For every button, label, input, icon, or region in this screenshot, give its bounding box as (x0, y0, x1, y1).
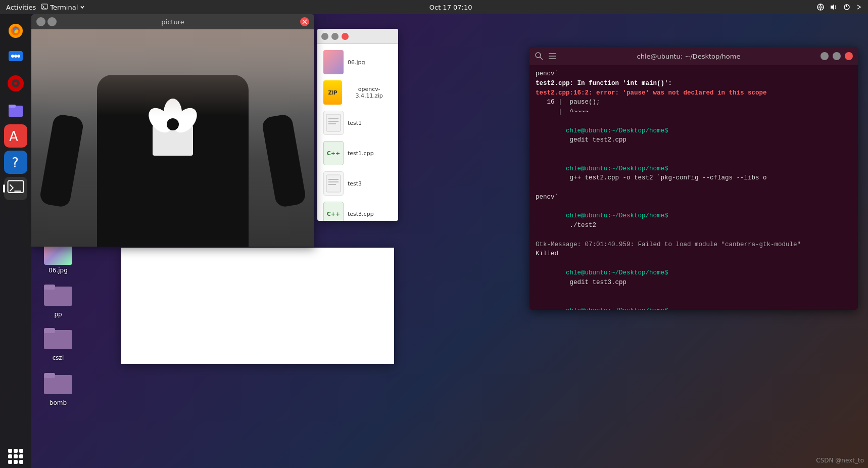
svg-rect-24 (44, 285, 55, 290)
term-line: chle@ubuntu:~/Desktop/home$ g++ test2.cp… (536, 155, 852, 193)
picture-maximize-button[interactable] (47, 17, 57, 26)
picture-close-button[interactable] (300, 17, 309, 26)
active-indicator (3, 184, 5, 193)
text-file-svg (326, 114, 341, 132)
file-item-test3cpp[interactable]: C++ test3.cpp (321, 200, 394, 221)
terminal-titlebar: chle@ubuntu: ~/Desktop/home (529, 47, 858, 65)
close-x-icon (302, 19, 307, 24)
bottom-white-area (121, 248, 394, 364)
test3-file-label: test3 (348, 180, 362, 187)
terminal-dock-icon (7, 179, 25, 198)
term-line: chle@ubuntu:~/Desktop/home$ ./test2 (536, 202, 852, 240)
folder-svg (44, 371, 72, 395)
opencv-file-label: opencv-3.4.11.zip (346, 86, 392, 99)
chevron-right-icon (856, 4, 862, 10)
terminal-close-button[interactable] (845, 52, 853, 60)
test1-file-icon (323, 111, 344, 135)
terminal-title: chle@ubuntu: ~/Desktop/home (561, 53, 816, 60)
picture-minimize-button[interactable] (36, 17, 45, 26)
files-window: 06.jpg ZIP opencv-3.4.11.zip test1 (317, 29, 398, 221)
test3cpp-file-label: test3.cpp (348, 211, 374, 217)
terminal-minimize-button[interactable] (821, 52, 829, 60)
06jpg-file-label: 06.jpg (348, 59, 365, 66)
svg-rect-40 (326, 175, 341, 192)
term-line: pencv` (536, 69, 852, 79)
network-icon (816, 3, 825, 11)
term-line: test2.cpp: In function 'int main()': (536, 79, 852, 88)
grid-dot (19, 449, 23, 453)
dock-firefox[interactable] (4, 19, 27, 42)
svg-point-16 (14, 82, 17, 85)
desktop-icon-bomb[interactable]: bomb (38, 369, 78, 406)
file-item-06jpg[interactable]: 06.jpg (321, 48, 394, 76)
svg-text:?: ? (12, 155, 19, 170)
06jpg-label: 06.jpg (49, 267, 68, 274)
term-line: pencv` (536, 193, 852, 202)
desktop-icon-pp[interactable]: pp (38, 280, 78, 318)
grid-dot (19, 460, 23, 464)
terminal-search-icon[interactable] (535, 52, 544, 61)
svg-rect-18 (9, 105, 16, 108)
software-icon: A (7, 127, 25, 145)
folder-svg (44, 326, 72, 350)
desktop: Activities Terminal Oct 17 07:10 (0, 0, 868, 468)
dock-help[interactable]: ? (4, 151, 27, 174)
grid-dot (8, 449, 12, 453)
firefox-icon (7, 22, 25, 40)
test1cpp-file-label: test1.cpp (348, 150, 374, 157)
text-file-svg2 (326, 174, 341, 193)
grid-dot (14, 460, 18, 464)
adidas-image (31, 29, 314, 247)
dock-music[interactable] (4, 72, 27, 95)
terminal-menu[interactable]: Terminal (41, 4, 85, 11)
files-menu-button[interactable] (321, 33, 328, 40)
svg-point-44 (536, 53, 541, 58)
grid-dot (8, 454, 12, 458)
picture-titlebar: picture (31, 14, 314, 29)
dock-software[interactable]: A (4, 124, 27, 148)
test1cpp-file-icon: C++ (323, 141, 344, 165)
desktop-icon-cszl[interactable]: cszl (38, 324, 78, 361)
terminal-menu-icon[interactable] (548, 52, 557, 61)
dock-app-grid[interactable] (4, 445, 27, 468)
term-line: Killed (536, 249, 852, 259)
picture-window: picture (31, 14, 314, 247)
help-icon: ? (7, 153, 25, 171)
power-icon (843, 3, 851, 11)
test3cpp-file-icon: C++ (323, 202, 344, 221)
file-item-opencv[interactable]: ZIP opencv-3.4.11.zip (321, 78, 394, 107)
picture-content (31, 29, 314, 247)
dock-terminal[interactable] (4, 177, 27, 200)
dock-files[interactable] (4, 98, 27, 121)
files-close-button[interactable] (342, 33, 349, 40)
term-line: chle@ubuntu:~/Desktop/home$ gedit test3.… (536, 297, 852, 310)
06jpg-file-icon (323, 50, 344, 74)
cszl-folder-icon (44, 324, 72, 352)
picture-title: picture (161, 18, 184, 26)
pp-label: pp (54, 311, 62, 318)
files-icon (7, 101, 25, 119)
terminal-maximize-button[interactable] (833, 52, 841, 60)
term-line: | ^~~~~ (536, 107, 852, 117)
svg-rect-36 (326, 114, 341, 131)
file-item-test1[interactable]: test1 (321, 109, 394, 137)
files-body: 06.jpg ZIP opencv-3.4.11.zip test1 (317, 44, 398, 221)
activities-button[interactable]: Activities (6, 4, 36, 11)
svg-rect-26 (44, 328, 55, 333)
terminal-window: chle@ubuntu: ~/Desktop/home pencv` test2… (529, 47, 858, 310)
svg-line-45 (540, 57, 543, 60)
svg-point-11 (11, 55, 14, 58)
svg-point-13 (17, 55, 20, 58)
files-titlebar (317, 29, 398, 44)
dock-messages[interactable] (4, 45, 27, 69)
files-minimize-button[interactable] (331, 33, 339, 40)
topbar-datetime: Oct 17 07:10 (429, 4, 472, 11)
svg-text:A: A (9, 129, 18, 144)
terminal-body[interactable]: pencv` test2.cpp: In function 'int main(… (529, 65, 858, 310)
svg-point-12 (14, 55, 17, 58)
grid-dot (8, 460, 12, 464)
term-line: Gtk-Message: 07:01:40.959: Failed to loa… (536, 240, 852, 250)
file-item-test3[interactable]: test3 (321, 169, 394, 198)
svg-marker-4 (831, 4, 834, 10)
file-item-test1cpp[interactable]: C++ test1.cpp (321, 139, 394, 167)
